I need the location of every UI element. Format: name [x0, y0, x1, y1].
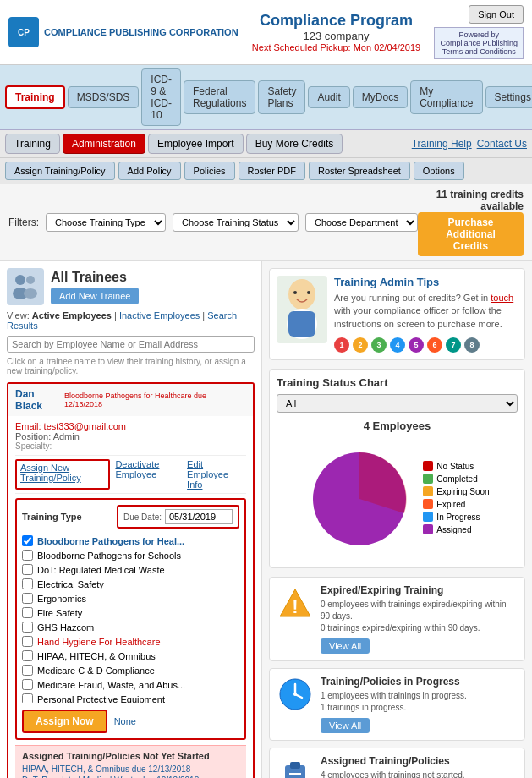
header-right: Sign Out Powered byCompliance Publishing… — [434, 5, 524, 59]
due-date-label: Due Date: — [123, 512, 162, 522]
checkbox-hand-hygiene: Hand Hygiene For Healthcare — [22, 634, 239, 649]
nav-icd[interactable]: ICD-9 &ICD-10 — [141, 68, 181, 126]
training-status-filter[interactable]: Choose Training Status — [173, 213, 299, 232]
checkbox-input-hipaa[interactable] — [22, 650, 33, 661]
none-link[interactable]: None — [114, 716, 136, 726]
search-input[interactable] — [7, 336, 255, 353]
assigned-section: Assigned Training/Policies Not Yet Start… — [15, 745, 246, 778]
nav-safety[interactable]: SafetyPlans — [258, 80, 305, 114]
trainees-icon — [7, 268, 44, 305]
checkbox-input-medicare-cd[interactable] — [22, 665, 33, 676]
legend-completed: Completed — [423, 474, 489, 484]
sub-nav-administration[interactable]: Administration — [63, 134, 145, 154]
roster-spreadsheet-button[interactable]: Roster Spreadsheet — [309, 162, 410, 180]
legend-label-expiring: Expiring Soon — [436, 487, 489, 496]
checkbox-input-medicare-fraud[interactable] — [22, 679, 33, 690]
checkbox-input-ergonomics[interactable] — [22, 593, 33, 604]
legend-dot-assigned — [423, 524, 433, 534]
assign-training-link[interactable]: Assign New Training/Policy — [15, 459, 110, 490]
tip-dot-8[interactable]: 8 — [464, 337, 480, 353]
svg-point-8 — [307, 291, 310, 294]
checkbox-input-bloodborne[interactable] — [22, 535, 33, 546]
expired-view-all-button[interactable]: View All — [321, 638, 370, 654]
edit-employee-link[interactable]: Edit Employee Info — [187, 459, 246, 490]
nav-msds[interactable]: MSDS/SDS — [68, 86, 140, 108]
credits-count: 11 training credits available — [418, 189, 524, 212]
checkbox-label-ergonomics: Ergonomics — [37, 594, 86, 604]
sign-out-button[interactable]: Sign Out — [469, 5, 524, 24]
checkbox-input-fire[interactable] — [22, 607, 33, 618]
add-new-trainee-button[interactable]: Add New Trainee — [51, 288, 139, 304]
legend-label-assigned: Assigned — [436, 525, 471, 534]
assign-now-button[interactable]: Assign Now — [22, 710, 107, 733]
purchase-credits-button[interactable]: Purchase Additional Credits — [418, 212, 524, 256]
checkbox-input-hand[interactable] — [22, 636, 33, 647]
tip-dot-2[interactable]: 2 — [353, 337, 368, 353]
legend-dot-in-progress — [423, 512, 433, 522]
checkbox-list: Bloodborne Pathogens for Heal... Bloodbo… — [22, 534, 239, 703]
checkbox-input-dot[interactable] — [22, 564, 33, 575]
contact-us-link[interactable]: Contact Us — [477, 138, 527, 150]
roster-pdf-button[interactable]: Roster PDF — [239, 162, 305, 180]
checkbox-input-ghs[interactable] — [22, 622, 33, 633]
tip-dot-4[interactable]: 4 — [390, 337, 405, 353]
checkbox-input-electrical[interactable] — [22, 578, 33, 589]
clipboard-svg — [278, 757, 312, 778]
expired-card: ! Expired/Expiring Training 0 employees … — [269, 577, 525, 661]
expired-text: 0 employees with trainings expired/expir… — [321, 599, 518, 634]
nav-audit[interactable]: Audit — [308, 86, 349, 108]
deactivate-employee-link[interactable]: Deactivate Employee — [115, 459, 182, 490]
header: CP COMPLIANCE PUBLISHING CORPORATION Com… — [0, 0, 532, 65]
assign-training-button[interactable]: Assign Training/Policy — [5, 162, 115, 180]
view-active-link[interactable]: Active Employees — [32, 310, 112, 321]
checkbox-fire: Fire Safety — [22, 605, 239, 620]
add-policy-button[interactable]: Add Policy — [118, 162, 181, 180]
header-center: Compliance Program 123 company Next Sche… — [252, 12, 420, 52]
trainee-header-dan-black[interactable]: Dan Black Bloodborne Pathogens for Healt… — [8, 384, 253, 416]
nav-mycompliance[interactable]: MyCompliance — [410, 80, 482, 114]
in-progress-view-all-button[interactable]: View All — [321, 718, 370, 733]
assigned-policies-line1: 4 employees with trainings not started. — [321, 770, 465, 778]
svg-point-2 — [26, 276, 35, 284]
company-name: 123 company — [252, 30, 420, 42]
legend-dot-expired — [423, 499, 433, 509]
legend-expiring-soon: Expiring Soon — [423, 486, 489, 496]
policies-button[interactable]: Policies — [184, 162, 235, 180]
chart-filter-select[interactable]: All — [277, 394, 518, 413]
checkbox-label-hipaa: HIPAA, HITECH, & Omnibus — [37, 651, 156, 661]
training-type-filter[interactable]: Choose Training Type — [46, 213, 166, 232]
tip-dot-1[interactable]: 1 — [334, 337, 349, 353]
expired-title: Expired/Expiring Training — [321, 584, 518, 596]
svg-point-15 — [293, 693, 297, 696]
in-progress-content: Training/Policies in Progress 1 employee… — [321, 676, 467, 733]
sub-nav-training[interactable]: Training — [5, 134, 60, 154]
legend-dot-expiring — [423, 486, 433, 496]
in-progress-line1: 1 employees with trainings in progress. — [321, 691, 467, 700]
nav-federal[interactable]: FederalRegulations — [184, 80, 255, 114]
nav-settings[interactable]: Settings — [485, 86, 532, 108]
checkbox-label-bloodborne: Bloodborne Pathogens for Heal... — [37, 536, 184, 546]
checkbox-input-schools[interactable] — [22, 550, 33, 561]
department-filter[interactable]: Choose Department — [305, 213, 418, 232]
svg-point-7 — [293, 291, 297, 294]
legend-label-expired: Expired — [436, 500, 465, 509]
tips-link[interactable]: touch — [491, 293, 513, 303]
training-help-link[interactable]: Training Help — [412, 138, 472, 150]
trainees-header: All Trainees Add New Trainee — [7, 268, 255, 305]
tip-dot-3[interactable]: 3 — [371, 337, 387, 353]
view-inactive-link[interactable]: Inactive Employees — [119, 310, 200, 321]
options-button[interactable]: Options — [414, 162, 464, 180]
tip-dot-6[interactable]: 6 — [427, 337, 442, 353]
sub-nav-buy-credits[interactable]: Buy More Credits — [246, 134, 343, 154]
nav-training[interactable]: Training — [5, 85, 65, 109]
trainee-training-dan: Bloodborne Pathogens for Healthcare due … — [64, 392, 246, 408]
due-date-input[interactable] — [165, 509, 233, 524]
checkbox-input-ppe[interactable] — [22, 693, 33, 703]
tip-dot-7[interactable]: 7 — [446, 337, 461, 353]
logo-text: COMPLIANCE PUBLISHING CORPORATION — [44, 26, 239, 38]
sub-nav-employee-import[interactable]: Employee Import — [148, 134, 244, 154]
tips-box: Training Admin Tips Are you running out … — [269, 268, 525, 360]
tip-dot-5[interactable]: 5 — [409, 337, 424, 353]
nav-mydocs[interactable]: MyDocs — [353, 86, 408, 108]
assigned-policies-card: Assigned Training/Policies 4 employees w… — [269, 748, 525, 778]
